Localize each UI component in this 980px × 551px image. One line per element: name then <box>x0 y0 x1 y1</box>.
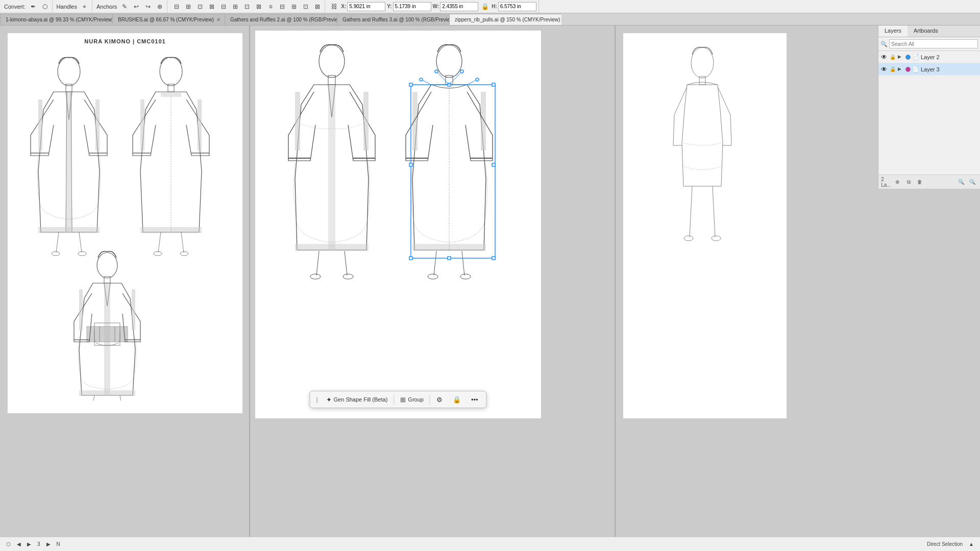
gen-shape-fill-btn[interactable]: ✦ Gen Shape Fill (Beta) <box>322 393 392 406</box>
bottom-bar: ⬡ ◀ ▶ 3 ▶ N Direct Selection ▲ <box>0 537 980 551</box>
svg-point-14 <box>154 252 162 256</box>
artboards-tab[interactable]: Artboards <box>908 26 944 37</box>
layer3-lock-btn[interactable]: 🔒 <box>889 66 896 73</box>
convert-label: Convert: <box>4 4 27 10</box>
h-input[interactable] <box>498 2 536 11</box>
svg-rect-38 <box>412 244 486 251</box>
align-btn-8[interactable]: ⊠ <box>254 2 264 12</box>
layer2-name: Layer 2 <box>921 54 978 60</box>
svg-point-15 <box>180 252 188 256</box>
tab-label-gathers3: Gathers and Ruffles 3.ai @ 100 % (RGB/Pr… <box>342 17 449 22</box>
align-btn-5[interactable]: ⊟ <box>218 2 229 12</box>
settings-btn[interactable]: ⚙ <box>432 393 447 406</box>
y-coord-field: Y: <box>387 2 431 11</box>
canvas-center[interactable]: | ✦ Gen Shape Fill (Beta) ⊞ Group ⚙ 🔒 <box>250 26 616 537</box>
svg-point-34 <box>436 45 462 78</box>
anchor-tool-4[interactable]: ↪ <box>143 2 153 12</box>
center-figure-front <box>288 45 375 279</box>
right-figure <box>673 47 731 241</box>
x-input[interactable] <box>347 2 385 11</box>
svg-rect-12 <box>198 99 202 151</box>
svg-point-57 <box>476 78 479 81</box>
y-label: Y: <box>387 4 391 9</box>
h-coord-field: H: <box>492 2 536 11</box>
align-btn-11[interactable]: ⊞ <box>289 2 299 12</box>
layers-panel: Layers Artboards 🔍 👁 🔒 ▶ 📄 Layer 2 👁 🔒 ▶ <box>878 26 980 189</box>
layer2-color <box>905 55 911 60</box>
anchor-tool-3[interactable]: ↩ <box>131 2 141 12</box>
main-area: NURA KIMONO | CMC0101 <box>0 26 980 537</box>
layer-row-3[interactable]: 👁 🔒 ▶ 📄 Layer 3 <box>878 63 980 76</box>
duplicate-layer-btn[interactable]: ⧉ <box>904 178 913 187</box>
svg-rect-42 <box>409 83 412 86</box>
tab-gathers3[interactable]: Gathers and Ruffles 3.ai @ 100 % (RGB/Pr… <box>337 14 449 25</box>
layers-search-input[interactable] <box>889 39 978 48</box>
svg-point-6 <box>52 252 60 256</box>
svg-point-60 <box>684 236 693 241</box>
canvas-left[interactable]: NURA KIMONO | CMC0101 <box>0 26 250 537</box>
svg-line-50 <box>436 71 449 85</box>
bottom-play-btn[interactable]: ▶ <box>44 541 53 547</box>
group-btn[interactable]: ⊞ Group <box>396 393 428 406</box>
align-btn-1[interactable]: ⊟ <box>172 2 182 12</box>
align-btn-6[interactable]: ⊞ <box>230 2 240 12</box>
w-input[interactable] <box>440 2 478 11</box>
align-btn-2[interactable]: ⊞ <box>183 2 193 12</box>
bottom-prev-btn[interactable]: ◀ <box>15 541 23 547</box>
align-btn-4[interactable]: ⊠ <box>207 2 217 12</box>
y-input[interactable] <box>393 2 431 11</box>
svg-rect-37 <box>481 92 486 151</box>
layers-tab[interactable]: Layers <box>878 26 908 37</box>
anchor-tool-2[interactable]: ✎ <box>119 2 130 12</box>
link-proportions-btn[interactable]: ⛓ <box>329 2 339 12</box>
artboard-left: NURA KIMONO | CMC0101 <box>8 33 242 413</box>
svg-rect-3 <box>38 99 42 151</box>
svg-point-58 <box>691 47 714 78</box>
tab-brushes[interactable]: BRUSHES.ai @ 66.67 % (CMYK/Preview) ✕ <box>112 14 225 25</box>
svg-point-40 <box>460 274 471 279</box>
align-btn-9[interactable]: ≡ <box>265 2 276 12</box>
pen-tool-btn[interactable]: ✒ <box>28 2 38 12</box>
delete-layer-btn[interactable]: 🗑 <box>915 178 924 187</box>
svg-rect-29 <box>295 92 300 151</box>
zoom-out-btn[interactable]: 🔍 <box>957 178 966 187</box>
lock-icon: 🔒 <box>453 396 461 404</box>
svg-rect-47 <box>409 257 412 260</box>
anchor-tool-btn[interactable]: ⬡ <box>40 2 50 12</box>
svg-point-0 <box>58 57 80 86</box>
svg-rect-4 <box>95 99 100 151</box>
handle-tool-1[interactable]: ⌖ <box>80 2 90 12</box>
layers-count: 2 La... <box>881 178 891 187</box>
tab-gathers2[interactable]: Gathers and Ruffles 2.ai @ 100 % (RGB/Pr… <box>225 14 337 25</box>
tab-kimono[interactable]: 1-kimono-abaya.ai @ 99.33 % (CMYK/Previe… <box>0 14 112 25</box>
constrain-proportions-btn[interactable]: 🔒 <box>480 2 490 12</box>
canvas-right[interactable]: Layers Artboards 🔍 👁 🔒 ▶ 📄 Layer 2 👁 🔒 ▶ <box>616 26 980 537</box>
bottom-next-btn[interactable]: ▶ <box>25 541 33 547</box>
align-btn-12[interactable]: ⊡ <box>301 2 311 12</box>
layer2-lock-btn[interactable]: 🔒 <box>889 54 896 61</box>
align-btn-7[interactable]: ⊡ <box>242 2 252 12</box>
align-btn-13[interactable]: ⊠ <box>312 2 323 12</box>
align-btn-10[interactable]: ⊟ <box>277 2 287 12</box>
layer2-type-icon: 📄 <box>912 54 919 61</box>
anchor-tool-5[interactable]: ⊕ <box>155 2 165 12</box>
tab-label-zippers: zippers_rib_pulls.ai @ 150 % (CMYK/Previ… <box>455 17 560 22</box>
search-icon: 🔍 <box>880 41 888 47</box>
svg-rect-46 <box>492 163 495 166</box>
layer-row-2[interactable]: 👁 🔒 ▶ 📄 Layer 2 <box>878 51 980 63</box>
ctx-divider-1 <box>394 394 394 405</box>
more-btn[interactable]: ••• <box>467 393 482 406</box>
new-layer-btn[interactable]: ⊕ <box>893 178 902 187</box>
svg-rect-23 <box>79 390 135 396</box>
svg-rect-48 <box>448 257 451 260</box>
align-btn-3[interactable]: ⊡ <box>195 2 205 12</box>
tab-zippers[interactable]: zippers_rib_pulls.ai @ 150 % (CMYK/Previ… <box>449 14 561 25</box>
selection-mode: Direct Selection <box>925 541 965 547</box>
layer3-visibility-btn[interactable]: 👁 <box>880 66 888 73</box>
tab-label-gathers2: Gathers and Ruffles 2.ai @ 100 % (RGB/Pr… <box>230 17 337 22</box>
bottom-n-indicator: N <box>55 541 62 547</box>
layer2-visibility-btn[interactable]: 👁 <box>880 54 888 61</box>
zoom-in-btn[interactable]: 🔍 <box>968 178 977 187</box>
lock-obj-btn[interactable]: 🔒 <box>449 393 465 406</box>
close-tab-brushes[interactable]: ✕ <box>216 17 220 22</box>
